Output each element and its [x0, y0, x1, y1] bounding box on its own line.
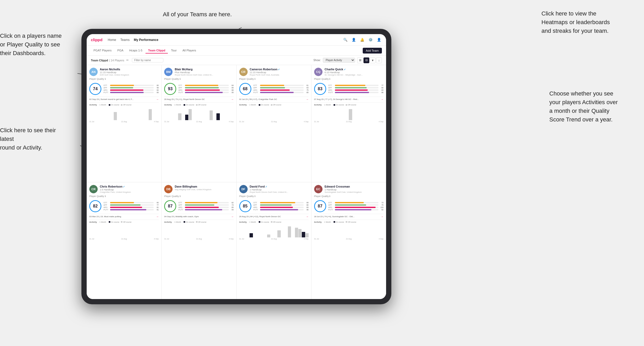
activity-section-chris: Activity · 1 Month On course Off course — [89, 220, 159, 240]
quality-circle-blair[interactable]: 93 — [164, 83, 176, 95]
player-name-aaron[interactable]: Aaron Nicholls — [100, 68, 159, 71]
latest-round-dave[interactable]: 04 Sep 23 | Mobility with coach, Gym → — [164, 214, 233, 218]
player-name-chris[interactable]: Chris Robertson✓ — [100, 185, 159, 188]
chart-label: 31 Jul — [239, 121, 244, 123]
activity-period: · 1 Month — [323, 104, 331, 106]
off-course-label: Off course — [273, 104, 281, 106]
latest-round-chris[interactable]: 03 Mar 23 | 19, Must make putting → — [89, 214, 159, 218]
off-course-label: Off course — [348, 221, 356, 223]
tab-tour[interactable]: Tour — [168, 48, 179, 54]
player-club-charlie: St. George's Hill GC - Weybridge - Surr.… — [325, 74, 383, 76]
stat-value-OTT: 77 — [379, 84, 383, 86]
chart-label: 21 Aug — [121, 121, 127, 123]
player-name-dave[interactable]: Dave Billingham — [175, 185, 233, 188]
stat-value-ARG: 81 — [154, 206, 159, 208]
nav-links: Home Teams My Performance — [108, 38, 342, 42]
activity-header-charlie: Activity · 1 Month On course Off course — [314, 104, 383, 106]
activity-period: · 1 Month — [173, 221, 181, 223]
avatar-icon[interactable]: 👤 — [376, 37, 382, 43]
player-name-edward[interactable]: Edward Crossman — [325, 185, 383, 188]
on-course-dot — [259, 104, 260, 106]
player-club-aaron: Drift Golf Club, United Kingdom — [100, 74, 159, 76]
activity-legend: On course Off course — [109, 221, 131, 223]
latest-round-charlie[interactable]: 07 Aug 23 | 77 (+7), St George's Hill GC… — [314, 97, 383, 101]
player-name-david[interactable]: David Ford✓ — [250, 185, 309, 188]
stat-label-OTT: OTT — [178, 202, 184, 204]
nav-home[interactable]: Home — [108, 38, 116, 42]
show-select[interactable]: Player Activity Quality Score Trend — [323, 58, 355, 63]
player-name-blair[interactable]: Blair McHarg — [175, 68, 233, 71]
stat-label-APP: APP — [103, 87, 109, 89]
quality-circle-cameron[interactable]: 68 — [239, 83, 251, 95]
player-name-charlie[interactable]: Charlie Quick✓ — [325, 68, 383, 71]
activity-header-aaron: Activity · 1 Month On course Off course — [89, 104, 159, 106]
quality-label-blair: Player Quality ℹ — [164, 78, 233, 80]
activity-chart-charlie — [314, 107, 383, 120]
add-team-button[interactable]: Add Team — [363, 48, 382, 54]
latest-round-text: 26 Aug 23 | 73 (+1), Royal North Devon G… — [164, 98, 205, 100]
quality-circle-dave[interactable]: 87 — [164, 200, 176, 212]
off-course-dot — [121, 104, 122, 106]
stat-label-APP: APP — [328, 87, 334, 89]
player-card-dave[interactable]: DB Dave Billingham Sag Maging Golf Club,… — [162, 182, 236, 299]
chart-label: 21 Aug — [346, 121, 352, 123]
stat-value-APP: 80 — [379, 87, 383, 89]
team-search-input[interactable] — [132, 58, 163, 62]
tab-pgat-players[interactable]: PGAT Players — [91, 48, 114, 54]
on-course-dot — [259, 221, 260, 223]
round-arrow-icon: → — [381, 98, 383, 101]
player-name-cameron[interactable]: Cameron Robertson✓ — [250, 68, 309, 71]
activity-chart-chris — [89, 224, 159, 237]
tab-pga[interactable]: PGA — [115, 48, 126, 54]
latest-round-cameron[interactable]: 02 Jul 23 | 59 (+17), Craigmillar Park G… — [239, 97, 309, 101]
player-card-aaron[interactable]: AN Aaron Nicholls 11:15 Handicap Drift G… — [87, 65, 161, 182]
sort-icon[interactable]: ↕ — [376, 57, 382, 63]
user-icon[interactable]: 👤 — [351, 37, 357, 43]
round-arrow-icon: → — [231, 215, 234, 218]
off-course-label: Off course — [198, 104, 206, 106]
player-club-chris: Craigmillar Park, United Kingdom — [100, 191, 159, 193]
stat-value-PUTT: 96 — [304, 209, 309, 211]
stat-label-ARG: ARG — [103, 89, 109, 91]
bell-icon[interactable]: 🔔 — [359, 37, 365, 43]
player-card-cameron[interactable]: CR Cameron Robertson✓ 11:15 Handicap Roy… — [237, 65, 311, 182]
tab-all-players[interactable]: All Players — [180, 48, 199, 54]
stats-bars-dave: OTT 82 APP 74 ARG 85 PUTT 94 — [178, 202, 233, 211]
on-course-legend: On course — [259, 104, 269, 106]
search-icon[interactable]: 🔍 — [342, 37, 348, 43]
player-avatar-cameron: CR — [239, 68, 248, 76]
tab-team-clippd[interactable]: Team Clippd — [146, 48, 168, 54]
stat-value-ARG: 75 — [304, 89, 309, 91]
grid-2-view-icon[interactable]: ⊞ — [357, 57, 363, 63]
nav-teams[interactable]: Teams — [120, 38, 129, 42]
settings-icon[interactable]: ⚙️ — [368, 37, 373, 43]
quality-circle-edward[interactable]: 87 — [314, 200, 326, 212]
stats-bars-chris: OTT 60 APP 77 ARG 81 PUTT 91 — [103, 202, 159, 211]
grid-4-view-icon[interactable]: ⊟ — [363, 57, 369, 63]
latest-round-aaron[interactable]: 02 Sep 23 | Sunset round to get back int… — [89, 97, 159, 101]
player-card-blair[interactable]: BM Blair McHarg Plus Handicap Royal Nort… — [162, 65, 236, 182]
nav-my-performance[interactable]: My Performance — [134, 38, 158, 42]
team-edit-icon[interactable]: ✏ — [126, 58, 129, 62]
activity-legend: On course Off course — [184, 221, 206, 223]
on-course-label: On course — [186, 104, 194, 106]
quality-circle-chris[interactable]: 82 — [89, 200, 101, 212]
quality-circle-charlie[interactable]: 83 — [314, 83, 326, 95]
chart-labels-aaron: 31 Jul21 Aug4 Sep — [89, 121, 159, 123]
on-course-label: On course — [336, 104, 344, 106]
quality-circle-david[interactable]: 85 — [239, 200, 251, 212]
player-card-david[interactable]: DF David Ford✓ 1 Handicap Royal North De… — [237, 182, 311, 299]
off-course-legend: Off course — [196, 104, 206, 106]
stat-value-PUTT: 86 — [379, 92, 383, 93]
player-card-edward[interactable]: EC Edward Crossman 1 Handicap Sunningdal… — [311, 182, 386, 299]
player-handicap-charlie: 6:10 Handicap — [325, 71, 383, 74]
latest-round-david[interactable]: 26 Aug 23 | 84 (+12), Royal North Devon … — [239, 214, 309, 218]
latest-round-blair[interactable]: 26 Aug 23 | 73 (+1), Royal North Devon G… — [164, 97, 233, 101]
tab-hcaps[interactable]: Hcaps 1-5 — [127, 48, 145, 54]
filter-icon[interactable]: ▼ — [370, 57, 376, 63]
player-card-charlie[interactable]: CQ Charlie Quick✓ 6:10 Handicap St. Geor… — [311, 65, 386, 182]
latest-round-edward[interactable]: 18 Jul 23 | 74 (+4), Sunningdale GC - Ol… — [314, 214, 383, 218]
quality-circle-aaron[interactable]: 74 — [89, 83, 101, 95]
player-avatar-charlie: CQ — [314, 68, 323, 76]
player-card-chris[interactable]: CR Chris Robertson✓ 1:5 Handicap Craigmi… — [87, 182, 161, 299]
